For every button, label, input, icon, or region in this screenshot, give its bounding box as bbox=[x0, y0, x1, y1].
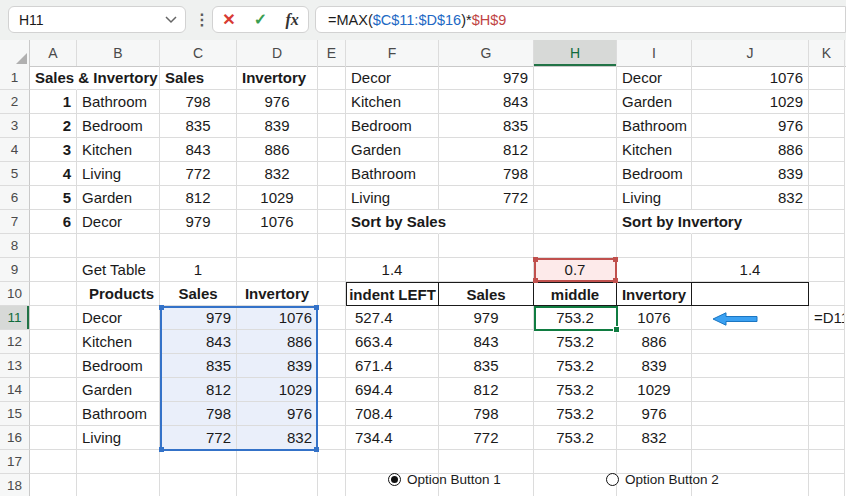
cell-I9[interactable] bbox=[617, 258, 692, 282]
cell-E16[interactable] bbox=[318, 426, 346, 450]
cell-J5[interactable]: 839 bbox=[692, 162, 809, 186]
cell-G14[interactable]: 812 bbox=[439, 378, 534, 402]
cell-A10[interactable] bbox=[30, 282, 77, 306]
cell-A4[interactable]: 3 bbox=[30, 138, 77, 162]
cell-H17[interactable] bbox=[534, 450, 617, 474]
cell-F12[interactable]: 663.4 bbox=[346, 330, 439, 354]
col-header-G[interactable]: G bbox=[439, 40, 534, 66]
cell-C5[interactable]: 772 bbox=[160, 162, 237, 186]
cell-D2[interactable]: 976 bbox=[237, 90, 318, 114]
cell-F1[interactable]: Decor bbox=[346, 66, 439, 90]
cell-B15[interactable]: Bathroom bbox=[77, 402, 160, 426]
row-header-3[interactable]: 3 bbox=[0, 114, 30, 138]
cell-C3[interactable]: 835 bbox=[160, 114, 237, 138]
col-header-B[interactable]: B bbox=[77, 40, 160, 66]
row-header-8[interactable]: 8 bbox=[0, 234, 30, 258]
cell-A14[interactable] bbox=[30, 378, 77, 402]
cell-A7[interactable]: 6 bbox=[30, 210, 77, 234]
cell-E4[interactable] bbox=[318, 138, 346, 162]
cell-G12[interactable]: 843 bbox=[439, 330, 534, 354]
cell-D10[interactable]: Invertory bbox=[237, 282, 318, 306]
cell-I5[interactable]: Bedroom bbox=[617, 162, 692, 186]
cell-K9[interactable] bbox=[809, 258, 845, 282]
cell-K7[interactable] bbox=[809, 210, 845, 234]
cell-I14[interactable]: 1029 bbox=[617, 378, 692, 402]
cell-J3[interactable]: 976 bbox=[692, 114, 809, 138]
cell-H6[interactable] bbox=[534, 186, 617, 210]
cell-D9[interactable] bbox=[237, 258, 318, 282]
cell-K10[interactable] bbox=[809, 282, 845, 306]
name-box[interactable]: H11 bbox=[8, 6, 186, 33]
col-header-I[interactable]: I bbox=[617, 40, 692, 66]
row-header-9[interactable]: 9 bbox=[0, 258, 30, 282]
row-header-11[interactable]: 11 bbox=[0, 306, 30, 330]
cell-K1[interactable] bbox=[809, 66, 845, 90]
cell-K16[interactable] bbox=[809, 426, 845, 450]
cell-F15[interactable]: 708.4 bbox=[346, 402, 439, 426]
cell-I13[interactable]: 839 bbox=[617, 354, 692, 378]
cell-H14[interactable]: 753.2 bbox=[534, 378, 617, 402]
cell-I16[interactable]: 832 bbox=[617, 426, 692, 450]
cell-I7[interactable]: Sort by Invertory bbox=[617, 210, 692, 234]
cell-B12[interactable]: Kitchen bbox=[77, 330, 160, 354]
cell-A12[interactable] bbox=[30, 330, 77, 354]
cell-C13[interactable]: 835 bbox=[160, 354, 237, 378]
cell-F16[interactable]: 734.4 bbox=[346, 426, 439, 450]
cell-G2[interactable]: 843 bbox=[439, 90, 534, 114]
cell-A1[interactable]: Sales & Invertory bbox=[30, 66, 77, 90]
cell-A6[interactable]: 5 bbox=[30, 186, 77, 210]
cell-H5[interactable] bbox=[534, 162, 617, 186]
cell-K12[interactable] bbox=[809, 330, 845, 354]
cell-D3[interactable]: 839 bbox=[237, 114, 318, 138]
cell-K4[interactable] bbox=[809, 138, 845, 162]
cell-G10[interactable]: Sales bbox=[439, 282, 534, 306]
option-button-1[interactable]: Option Button 1 bbox=[388, 471, 501, 487]
col-header-C[interactable]: C bbox=[160, 40, 237, 66]
cell-J6[interactable]: 832 bbox=[692, 186, 809, 210]
cell-H1[interactable] bbox=[534, 66, 617, 90]
row-header-4[interactable]: 4 bbox=[0, 138, 30, 162]
cell-A18[interactable] bbox=[30, 474, 77, 496]
cell-F2[interactable]: Kitchen bbox=[346, 90, 439, 114]
cell-D12[interactable]: 886 bbox=[237, 330, 318, 354]
cell-J12[interactable] bbox=[692, 330, 809, 354]
cell-E7[interactable] bbox=[318, 210, 346, 234]
cell-G16[interactable]: 772 bbox=[439, 426, 534, 450]
cell-B2[interactable]: Bathroom bbox=[77, 90, 160, 114]
row-header-10[interactable]: 10 bbox=[0, 282, 30, 306]
cell-C18[interactable] bbox=[160, 474, 237, 496]
cancel-icon[interactable]: ✕ bbox=[222, 12, 235, 28]
cell-H12[interactable]: 753.2 bbox=[534, 330, 617, 354]
cell-I1[interactable]: Decor bbox=[617, 66, 692, 90]
cell-G8[interactable] bbox=[439, 234, 534, 258]
cell-F4[interactable]: Garden bbox=[346, 138, 439, 162]
cell-G9[interactable] bbox=[439, 258, 534, 282]
cell-D11[interactable]: 1076 bbox=[237, 306, 318, 330]
cell-D18[interactable] bbox=[237, 474, 318, 496]
cell-G4[interactable]: 812 bbox=[439, 138, 534, 162]
cell-K8[interactable] bbox=[809, 234, 845, 258]
cell-E6[interactable] bbox=[318, 186, 346, 210]
cell-D7[interactable]: 1076 bbox=[237, 210, 318, 234]
cell-D13[interactable]: 839 bbox=[237, 354, 318, 378]
select-all-button[interactable] bbox=[0, 40, 30, 66]
chevron-down-icon[interactable] bbox=[165, 16, 177, 24]
cell-A16[interactable] bbox=[30, 426, 77, 450]
cell-G11[interactable]: 979 bbox=[439, 306, 534, 330]
cell-C16[interactable]: 772 bbox=[160, 426, 237, 450]
cell-B10[interactable]: Products bbox=[77, 282, 160, 306]
col-header-E[interactable]: E bbox=[318, 40, 346, 66]
cell-E14[interactable] bbox=[318, 378, 346, 402]
radio-icon[interactable] bbox=[388, 473, 401, 486]
row-header-6[interactable]: 6 bbox=[0, 186, 30, 210]
cell-B4[interactable]: Kitchen bbox=[77, 138, 160, 162]
row-header-16[interactable]: 16 bbox=[0, 426, 30, 450]
row-header-14[interactable]: 14 bbox=[0, 378, 30, 402]
cell-J14[interactable] bbox=[692, 378, 809, 402]
cell-E15[interactable] bbox=[318, 402, 346, 426]
row-header-17[interactable]: 17 bbox=[0, 450, 30, 474]
cell-G3[interactable]: 835 bbox=[439, 114, 534, 138]
cell-J10[interactable] bbox=[692, 282, 809, 306]
cell-C6[interactable]: 812 bbox=[160, 186, 237, 210]
cell-C2[interactable]: 798 bbox=[160, 90, 237, 114]
